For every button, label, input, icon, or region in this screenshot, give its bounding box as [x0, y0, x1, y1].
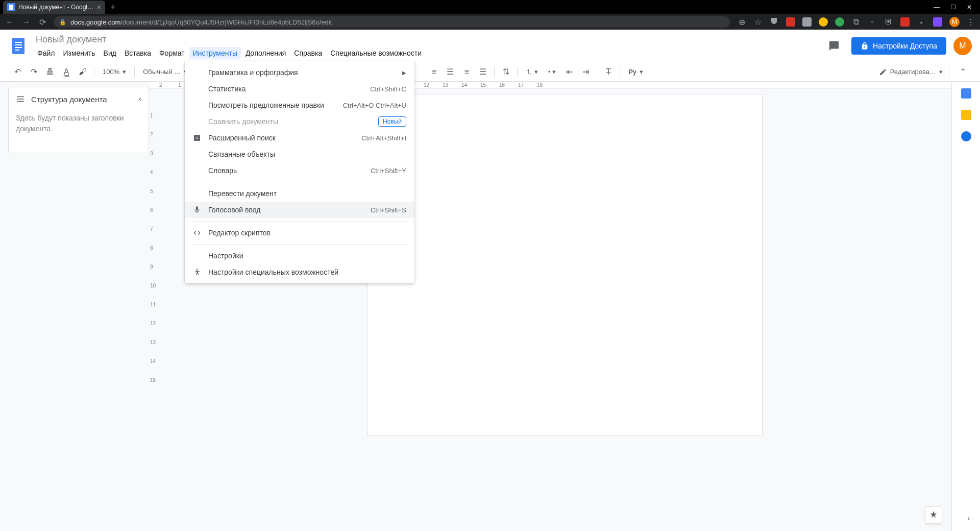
dropdown-item-label: Настройки специальных возможностей — [208, 268, 406, 276]
extension-icon[interactable] — [802, 17, 812, 27]
zoom-select[interactable]: 100% ▾ — [99, 68, 130, 76]
style-select[interactable]: Обычный … ▾ — [139, 68, 191, 76]
ruler-tick: 2 — [150, 132, 153, 137]
document-title[interactable]: Новый документ — [34, 33, 819, 46]
extension-icon[interactable] — [900, 17, 910, 27]
menu-item[interactable]: Формат — [156, 47, 188, 59]
dropdown-item[interactable]: СловарьCtrl+Shift+Y — [185, 162, 414, 179]
menu-item[interactable]: Файл — [34, 47, 58, 59]
menu-item[interactable]: Вставка — [121, 47, 155, 59]
url-input[interactable]: 🔒 docs.google.com/document/d/1jJqoUq50YQ… — [54, 16, 730, 28]
dropdown-item[interactable]: Грамматика и орфография▶ — [185, 64, 414, 81]
align-center-icon[interactable]: ☰ — [443, 65, 457, 79]
tab-close-icon[interactable]: × — [97, 3, 101, 11]
print-icon[interactable]: 🖶 — [43, 65, 57, 79]
extension-icon[interactable]: ◦ — [868, 17, 877, 27]
pocket-icon[interactable]: ⛊ — [770, 17, 779, 27]
extension-icon[interactable]: ⛨ — [884, 17, 893, 27]
paint-format-icon[interactable]: 🖌 — [76, 65, 90, 79]
bulleted-list-icon[interactable]: • ▾ — [544, 68, 560, 76]
collapse-toolbar-icon[interactable]: ⌃ — [955, 65, 970, 79]
decrease-indent-icon[interactable]: ⇤ — [562, 65, 576, 79]
docs-favicon-icon — [7, 3, 15, 11]
menu-item[interactable]: Справка — [290, 47, 326, 59]
share-button[interactable]: Настройки Доступа — [851, 37, 946, 55]
clear-formatting-icon[interactable]: T — [601, 65, 616, 79]
research-icon: + — [192, 133, 202, 143]
input-tools-icon[interactable]: Ру ▾ — [624, 68, 647, 76]
extension-icon[interactable] — [819, 17, 828, 27]
nav-reload-icon[interactable]: ⟳ — [38, 17, 47, 27]
svg-rect-3 — [15, 47, 22, 48]
extension-icon[interactable] — [835, 17, 844, 27]
window-close-icon[interactable]: ✕ — [966, 4, 973, 11]
calendar-icon[interactable] — [961, 88, 971, 99]
docs-logo-icon[interactable] — [8, 36, 29, 56]
redo-icon[interactable]: ↷ — [27, 65, 41, 79]
menu-item[interactable]: Специальные возможности — [327, 47, 425, 59]
bookmark-icon[interactable]: ☆ — [753, 17, 763, 27]
side-panel-expand-icon[interactable]: › — [967, 514, 970, 523]
undo-icon[interactable]: ↶ — [10, 65, 24, 79]
spellcheck-icon[interactable]: A̲ — [59, 65, 74, 79]
dropdown-item[interactable]: Голосовой вводCtrl+Shift+S — [185, 202, 414, 218]
comments-button[interactable] — [824, 36, 844, 56]
ruler-tick: 8 — [150, 245, 153, 251]
window-maximize-icon[interactable]: ☐ — [949, 4, 957, 11]
explore-button[interactable] — [925, 506, 942, 524]
menu-item[interactable]: Изменить — [59, 47, 99, 59]
dropdown-shortcut: Ctrl+Shift+C — [370, 85, 406, 93]
editing-mode-select[interactable]: Редактирова… ▾ — [879, 68, 943, 76]
line-spacing-icon[interactable]: ⇅ — [499, 65, 513, 79]
browser-menu-icon[interactable]: ⋮ — [967, 17, 975, 27]
tab-title: Новый документ - Google Доку — [18, 4, 94, 11]
ruler-tick: 1 — [178, 82, 181, 88]
align-left-icon[interactable]: ≡ — [427, 65, 441, 79]
account-avatar[interactable]: M — [953, 37, 972, 55]
blank-icon — [192, 165, 202, 176]
increase-indent-icon[interactable]: ⇥ — [578, 65, 593, 79]
browser-tab[interactable]: Новый документ - Google Доку × — [3, 1, 105, 14]
nav-forward-icon[interactable]: → — [21, 17, 31, 27]
profile-avatar[interactable]: M — [949, 17, 960, 27]
align-justify-icon[interactable]: ☰ — [476, 65, 490, 79]
numbered-list-icon[interactable]: ⒈ ▾ — [522, 67, 542, 77]
align-right-icon[interactable]: ≡ — [459, 65, 474, 79]
extension-icon[interactable] — [933, 17, 942, 27]
tasks-icon[interactable] — [961, 131, 971, 141]
vertical-ruler[interactable]: 123456789101112131415 — [149, 89, 156, 531]
dropdown-item[interactable]: СтатистикаCtrl+Shift+C — [185, 81, 414, 97]
dropdown-item-label: Голосовой ввод — [208, 206, 364, 214]
keep-icon[interactable] — [961, 110, 971, 120]
dropdown-item[interactable]: Редактор скриптов — [185, 225, 414, 241]
ruler-tick: 14 — [461, 82, 467, 88]
document-page[interactable] — [367, 94, 763, 436]
extension-icon[interactable]: ⧉ — [851, 17, 861, 27]
browser-tab-strip: Новый документ - Google Доку × + — ☐ ✕ — [0, 0, 980, 14]
dropdown-item[interactable]: +Расширенный поискCtrl+Alt+Shift+I — [185, 130, 414, 146]
extension-icon[interactable]: ⬩ — [917, 17, 926, 27]
outline-collapse-icon[interactable]: ‹ — [139, 94, 141, 104]
new-tab-button[interactable]: + — [110, 2, 116, 13]
menu-item[interactable]: Инструменты — [189, 47, 241, 59]
menu-item[interactable]: Дополнения — [242, 47, 289, 59]
zoom-icon[interactable]: ⊕ — [737, 17, 746, 27]
svg-rect-0 — [12, 38, 24, 54]
dropdown-item[interactable]: Настройки специальных возможностей — [185, 264, 414, 280]
menu-item[interactable]: Вид — [100, 47, 120, 59]
extension-icon[interactable] — [786, 17, 795, 27]
nav-back-icon[interactable]: ← — [5, 17, 14, 27]
share-label: Настройки Доступа — [873, 42, 937, 50]
dropdown-item[interactable]: Перевести документ — [185, 185, 414, 202]
outline-title: Структура документа — [31, 95, 107, 104]
ruler-tick: 9 — [150, 264, 153, 270]
dropdown-item[interactable]: Настройки — [185, 248, 414, 264]
ruler-tick: 1 — [150, 113, 153, 118]
document-outline: Структура документа ‹ Здесь будут показа… — [8, 87, 149, 153]
blank-icon — [192, 100, 202, 110]
window-minimize-icon[interactable]: — — [933, 4, 940, 11]
dropdown-item[interactable]: Посмотреть предложенные правкиCtrl+Alt+O… — [185, 97, 414, 113]
ruler-tick: 2 — [159, 82, 162, 88]
dropdown-item[interactable]: Связанные объекты — [185, 146, 414, 162]
svg-rect-1 — [15, 42, 22, 43]
